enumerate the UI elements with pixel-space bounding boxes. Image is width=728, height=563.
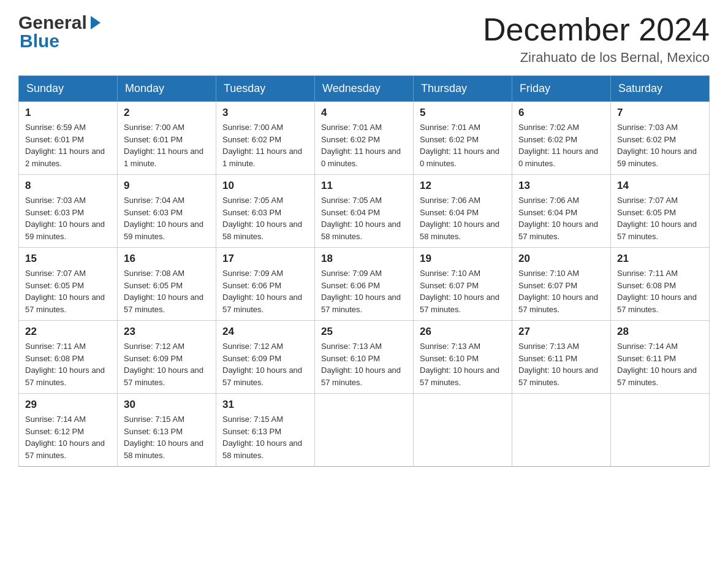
day-info: Sunrise: 7:11 AMSunset: 6:08 PMDaylight:… <box>617 267 703 315</box>
day-number: 29 <box>25 399 111 411</box>
calendar-cell: 23Sunrise: 7:12 AMSunset: 6:09 PMDayligh… <box>118 321 216 394</box>
day-number: 23 <box>124 326 210 338</box>
day-number: 15 <box>25 253 111 265</box>
calendar-cell: 28Sunrise: 7:14 AMSunset: 6:11 PMDayligh… <box>611 321 710 394</box>
header-tuesday: Tuesday <box>216 76 315 102</box>
day-info: Sunrise: 7:15 AMSunset: 6:13 PMDaylight:… <box>124 413 210 461</box>
location-text: Zirahuato de los Bernal, Mexico <box>483 50 710 66</box>
calendar-cell: 26Sunrise: 7:13 AMSunset: 6:10 PMDayligh… <box>414 321 512 394</box>
day-number: 25 <box>321 326 407 338</box>
header-thursday: Thursday <box>414 76 512 102</box>
week-row-4: 22Sunrise: 7:11 AMSunset: 6:08 PMDayligh… <box>19 321 710 394</box>
calendar-cell: 20Sunrise: 7:10 AMSunset: 6:07 PMDayligh… <box>512 248 611 321</box>
day-number: 5 <box>420 107 506 119</box>
calendar-cell: 27Sunrise: 7:13 AMSunset: 6:11 PMDayligh… <box>512 321 611 394</box>
calendar-cell: 2Sunrise: 7:00 AMSunset: 6:01 PMDaylight… <box>118 102 216 175</box>
day-info: Sunrise: 7:10 AMSunset: 6:07 PMDaylight:… <box>518 267 604 315</box>
day-number: 24 <box>222 326 308 338</box>
day-number: 3 <box>222 107 308 119</box>
day-info: Sunrise: 7:07 AMSunset: 6:05 PMDaylight:… <box>617 194 703 242</box>
logo-general-text: General <box>18 12 87 33</box>
calendar-cell: 1Sunrise: 6:59 AMSunset: 6:01 PMDaylight… <box>19 102 118 175</box>
day-number: 21 <box>617 253 703 265</box>
day-number: 27 <box>518 326 604 338</box>
day-info: Sunrise: 7:09 AMSunset: 6:06 PMDaylight:… <box>321 267 407 315</box>
day-info: Sunrise: 6:59 AMSunset: 6:01 PMDaylight:… <box>25 121 111 169</box>
calendar-cell: 15Sunrise: 7:07 AMSunset: 6:05 PMDayligh… <box>19 248 118 321</box>
day-info: Sunrise: 7:12 AMSunset: 6:09 PMDaylight:… <box>222 340 308 388</box>
day-info: Sunrise: 7:05 AMSunset: 6:04 PMDaylight:… <box>321 194 407 242</box>
day-number: 30 <box>124 399 210 411</box>
day-info: Sunrise: 7:03 AMSunset: 6:02 PMDaylight:… <box>617 121 703 169</box>
day-number: 16 <box>124 253 210 265</box>
day-info: Sunrise: 7:08 AMSunset: 6:05 PMDaylight:… <box>124 267 210 315</box>
calendar-cell: 7Sunrise: 7:03 AMSunset: 6:02 PMDaylight… <box>611 102 710 175</box>
header-monday: Monday <box>118 76 216 102</box>
day-number: 28 <box>617 326 703 338</box>
day-info: Sunrise: 7:02 AMSunset: 6:02 PMDaylight:… <box>518 121 604 169</box>
calendar-cell: 4Sunrise: 7:01 AMSunset: 6:02 PMDaylight… <box>315 102 414 175</box>
calendar-table: SundayMondayTuesdayWednesdayThursdayFrid… <box>18 75 710 467</box>
calendar-cell: 14Sunrise: 7:07 AMSunset: 6:05 PMDayligh… <box>611 175 710 248</box>
day-number: 6 <box>518 107 604 119</box>
day-info: Sunrise: 7:00 AMSunset: 6:01 PMDaylight:… <box>124 121 210 169</box>
page-header: General Blue December 2024 Zirahuato de … <box>18 12 710 66</box>
day-number: 9 <box>124 180 210 192</box>
day-info: Sunrise: 7:01 AMSunset: 6:02 PMDaylight:… <box>321 121 407 169</box>
day-info: Sunrise: 7:13 AMSunset: 6:11 PMDaylight:… <box>518 340 604 388</box>
day-info: Sunrise: 7:15 AMSunset: 6:13 PMDaylight:… <box>222 413 308 461</box>
calendar-header-row: SundayMondayTuesdayWednesdayThursdayFrid… <box>19 76 710 102</box>
day-number: 8 <box>25 180 111 192</box>
day-info: Sunrise: 7:10 AMSunset: 6:07 PMDaylight:… <box>420 267 506 315</box>
day-number: 1 <box>25 107 111 119</box>
calendar-cell: 29Sunrise: 7:14 AMSunset: 6:12 PMDayligh… <box>19 394 118 467</box>
calendar-cell: 6Sunrise: 7:02 AMSunset: 6:02 PMDaylight… <box>512 102 611 175</box>
day-number: 2 <box>124 107 210 119</box>
day-number: 17 <box>222 253 308 265</box>
calendar-cell <box>512 394 611 467</box>
day-info: Sunrise: 7:12 AMSunset: 6:09 PMDaylight:… <box>124 340 210 388</box>
day-number: 19 <box>420 253 506 265</box>
calendar-cell: 24Sunrise: 7:12 AMSunset: 6:09 PMDayligh… <box>216 321 315 394</box>
day-number: 4 <box>321 107 407 119</box>
day-info: Sunrise: 7:09 AMSunset: 6:06 PMDaylight:… <box>222 267 308 315</box>
calendar-cell: 25Sunrise: 7:13 AMSunset: 6:10 PMDayligh… <box>315 321 414 394</box>
svg-marker-0 <box>91 16 100 29</box>
calendar-cell: 5Sunrise: 7:01 AMSunset: 6:02 PMDaylight… <box>414 102 512 175</box>
month-title: December 2024 <box>483 12 710 47</box>
calendar-cell: 31Sunrise: 7:15 AMSunset: 6:13 PMDayligh… <box>216 394 315 467</box>
calendar-cell: 9Sunrise: 7:04 AMSunset: 6:03 PMDaylight… <box>118 175 216 248</box>
logo-triangle-icon <box>88 13 102 32</box>
day-number: 13 <box>518 180 604 192</box>
day-info: Sunrise: 7:04 AMSunset: 6:03 PMDaylight:… <box>124 194 210 242</box>
logo-blue-text: Blue <box>20 31 59 52</box>
day-info: Sunrise: 7:14 AMSunset: 6:12 PMDaylight:… <box>25 413 111 461</box>
day-number: 20 <box>518 253 604 265</box>
header-saturday: Saturday <box>611 76 710 102</box>
day-number: 14 <box>617 180 703 192</box>
day-info: Sunrise: 7:01 AMSunset: 6:02 PMDaylight:… <box>420 121 506 169</box>
calendar-cell: 11Sunrise: 7:05 AMSunset: 6:04 PMDayligh… <box>315 175 414 248</box>
calendar-cell: 8Sunrise: 7:03 AMSunset: 6:03 PMDaylight… <box>19 175 118 248</box>
day-info: Sunrise: 7:06 AMSunset: 6:04 PMDaylight:… <box>518 194 604 242</box>
week-row-3: 15Sunrise: 7:07 AMSunset: 6:05 PMDayligh… <box>19 248 710 321</box>
day-info: Sunrise: 7:06 AMSunset: 6:04 PMDaylight:… <box>420 194 506 242</box>
calendar-cell: 19Sunrise: 7:10 AMSunset: 6:07 PMDayligh… <box>414 248 512 321</box>
calendar-cell: 22Sunrise: 7:11 AMSunset: 6:08 PMDayligh… <box>19 321 118 394</box>
calendar-cell: 21Sunrise: 7:11 AMSunset: 6:08 PMDayligh… <box>611 248 710 321</box>
day-number: 11 <box>321 180 407 192</box>
header-sunday: Sunday <box>19 76 118 102</box>
day-info: Sunrise: 7:11 AMSunset: 6:08 PMDaylight:… <box>25 340 111 388</box>
calendar-cell: 17Sunrise: 7:09 AMSunset: 6:06 PMDayligh… <box>216 248 315 321</box>
calendar-cell: 16Sunrise: 7:08 AMSunset: 6:05 PMDayligh… <box>118 248 216 321</box>
day-number: 18 <box>321 253 407 265</box>
week-row-5: 29Sunrise: 7:14 AMSunset: 6:12 PMDayligh… <box>19 394 710 467</box>
day-number: 22 <box>25 326 111 338</box>
calendar-cell: 13Sunrise: 7:06 AMSunset: 6:04 PMDayligh… <box>512 175 611 248</box>
day-info: Sunrise: 7:05 AMSunset: 6:03 PMDaylight:… <box>222 194 308 242</box>
day-info: Sunrise: 7:07 AMSunset: 6:05 PMDaylight:… <box>25 267 111 315</box>
title-section: December 2024 Zirahuato de los Bernal, M… <box>483 12 710 66</box>
calendar-cell: 18Sunrise: 7:09 AMSunset: 6:06 PMDayligh… <box>315 248 414 321</box>
calendar-cell: 10Sunrise: 7:05 AMSunset: 6:03 PMDayligh… <box>216 175 315 248</box>
day-number: 26 <box>420 326 506 338</box>
